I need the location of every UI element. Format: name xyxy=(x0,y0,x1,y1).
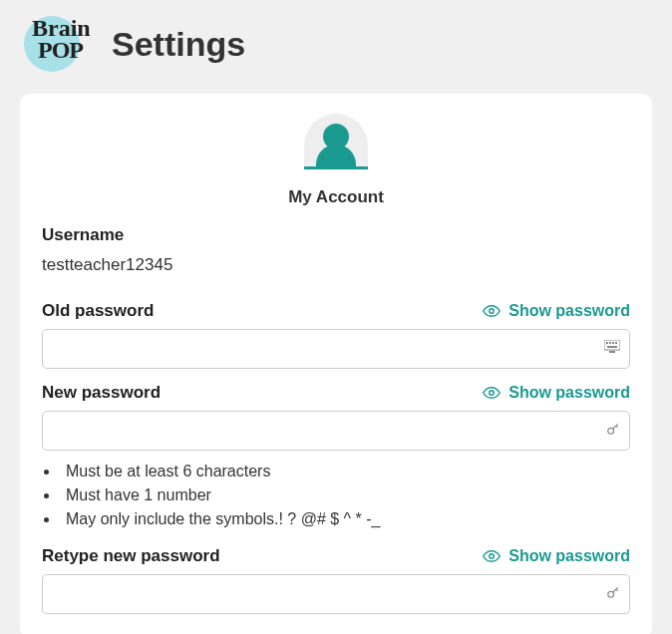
old-password-label: Old password xyxy=(42,301,154,321)
settings-card: My Account Username testteacher12345 Old… xyxy=(20,94,652,634)
svg-point-10 xyxy=(490,554,495,559)
svg-rect-4 xyxy=(612,342,614,344)
password-rule: May only include the symbols.! ? @# $ ^ … xyxy=(60,508,630,532)
key-icon xyxy=(606,585,620,603)
new-password-label: New password xyxy=(42,383,161,403)
svg-point-8 xyxy=(490,391,495,396)
page-title: Settings xyxy=(112,25,245,64)
old-password-input[interactable] xyxy=(42,329,630,369)
show-password-label: Show password xyxy=(508,302,630,320)
password-rule: Must be at least 6 characters xyxy=(60,461,630,484)
eye-icon xyxy=(483,386,501,400)
eye-icon xyxy=(483,304,501,318)
username-label: Username xyxy=(42,225,630,245)
eye-icon xyxy=(483,549,501,563)
logo-line2: POP xyxy=(38,40,91,62)
svg-point-9 xyxy=(608,428,614,434)
new-password-input[interactable] xyxy=(42,411,630,451)
avatar-icon xyxy=(304,114,368,169)
page-header: Brain POP Settings xyxy=(0,0,672,94)
show-new-password-toggle[interactable]: Show password xyxy=(483,384,630,402)
svg-rect-7 xyxy=(609,351,615,353)
keyboard-icon xyxy=(604,340,620,358)
show-password-label: Show password xyxy=(508,384,630,402)
brainpop-logo: Brain POP xyxy=(24,14,88,74)
svg-rect-3 xyxy=(609,342,611,344)
key-icon xyxy=(606,422,620,440)
password-rule: Must have 1 number xyxy=(60,484,630,508)
account-title: My Account xyxy=(288,187,384,207)
account-header: My Account xyxy=(42,114,630,207)
svg-rect-1 xyxy=(604,340,620,350)
show-old-password-toggle[interactable]: Show password xyxy=(483,302,630,320)
password-rules: Must be at least 6 characters Must have … xyxy=(42,461,630,532)
show-retype-password-toggle[interactable]: Show password xyxy=(483,547,630,565)
show-password-label: Show password xyxy=(508,547,630,565)
svg-point-0 xyxy=(490,309,495,314)
svg-point-11 xyxy=(608,591,614,597)
svg-rect-2 xyxy=(606,342,608,344)
retype-password-label: Retype new password xyxy=(42,546,220,566)
retype-password-input[interactable] xyxy=(42,574,630,614)
svg-rect-5 xyxy=(615,342,617,344)
svg-rect-6 xyxy=(607,346,617,348)
username-value: testteacher12345 xyxy=(42,255,630,275)
